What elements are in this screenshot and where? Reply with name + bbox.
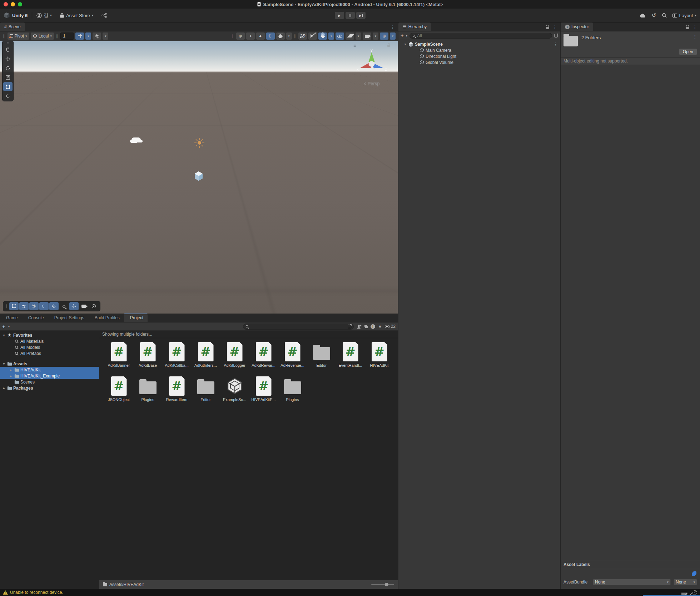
tab-scene[interactable]: # Scene — [0, 22, 25, 31]
asset-item[interactable]: # ExampleSc... — [220, 376, 249, 409]
create-object-button[interactable]: + — [401, 32, 404, 39]
grid-visibility-toggle[interactable] — [75, 32, 84, 40]
camera-overlay-button[interactable] — [79, 302, 89, 310]
asset-item[interactable]: # Plugins — [278, 376, 307, 409]
asset-item[interactable]: # EventHandl... — [336, 342, 365, 375]
chevron-down-icon[interactable]: ▾ — [406, 34, 408, 37]
hierarchy-item[interactable]: Main Camera ⋮ — [398, 47, 560, 53]
overlay-drag-handle[interactable]: ∥ — [56, 34, 59, 39]
tree-caret-icon[interactable] — [2, 362, 6, 366]
overlay-drag-handle[interactable]: ≡ — [7, 42, 9, 45]
visible-count[interactable]: 22 — [385, 324, 396, 329]
account-menu[interactable]: 김 ▾ — [36, 12, 52, 19]
grid-visibility-caret[interactable]: ▾ — [85, 32, 91, 40]
search-icon[interactable] — [662, 13, 667, 18]
hierarchy-item[interactable]: Global Volume ⋮ — [398, 59, 560, 65]
overlay-drag-handle[interactable]: ∥ — [5, 304, 8, 309]
hand-tool-button[interactable] — [3, 45, 13, 54]
undo-history-icon[interactable]: ↺ — [652, 12, 656, 19]
bottom-tab[interactable]: ⚙ Console — [22, 314, 48, 322]
debug-draw-button[interactable] — [276, 32, 285, 40]
tab-hierarchy[interactable]: ☰ Hierarchy — [398, 22, 431, 31]
overlay-drag-handle[interactable]: ∥ — [232, 34, 234, 39]
lock-icon[interactable] — [686, 27, 689, 29]
directional-light-gizmo[interactable] — [194, 137, 205, 148]
cloud-icon[interactable] — [640, 13, 646, 18]
overlay-drag-handle[interactable]: ∥ — [294, 34, 297, 39]
gizmos-overlay-button[interactable] — [49, 302, 59, 310]
tree-caret-icon[interactable] — [2, 334, 6, 337]
bottom-tab[interactable]: ⚙ Game — [0, 314, 22, 322]
status-message[interactable]: Unable to reconnect device. — [10, 590, 63, 595]
thumbnail-zoom-slider[interactable] — [371, 584, 394, 585]
assetbundle-select[interactable]: None▾ — [593, 579, 671, 585]
asset-item[interactable]: # AdKitRewar... — [249, 342, 278, 375]
pause-button[interactable] — [346, 12, 355, 19]
folder-tree-row[interactable]: Scenes — [0, 379, 99, 385]
white-sprite-gizmo[interactable] — [131, 137, 141, 142]
folder-tree-row[interactable]: All Prefabs — [0, 350, 99, 356]
rect-overlay-button[interactable] — [9, 302, 19, 310]
layers-caret[interactable]: ▾ — [356, 32, 361, 40]
open-search-window-icon[interactable] — [554, 34, 558, 37]
pivot-dropdown[interactable]: Pivot ▾ — [8, 32, 29, 40]
bottom-tab[interactable]: ⚙ Build Profiles — [89, 314, 124, 322]
tab-inspector[interactable]: i Inspector — [561, 22, 593, 31]
open-button[interactable]: Open — [679, 49, 697, 55]
shading-shaded-button[interactable]: ◑ — [246, 32, 255, 40]
add-label-icon[interactable] — [692, 571, 696, 576]
asset-store-menu[interactable]: Asset Store ▾ — [60, 13, 94, 18]
status-bar[interactable]: Unable to reconnect device. ✓ — [0, 589, 700, 596]
asset-item[interactable]: # AdKitBanner — [104, 342, 133, 375]
scale-tool-button[interactable] — [3, 73, 13, 82]
scene-visibility-toggle[interactable] — [336, 32, 344, 40]
search-overlay-button[interactable] — [59, 302, 69, 310]
navigation-overlay-button[interactable] — [89, 302, 99, 310]
audio-mute-toggle[interactable] — [308, 32, 317, 40]
asset-item[interactable]: # HIVEAdKit — [365, 342, 394, 375]
label-filter-icon[interactable] — [364, 325, 368, 328]
projection-mode-label[interactable]: < Persp — [352, 81, 391, 86]
assetbundle-variant-select[interactable]: None▾ — [674, 579, 697, 585]
step-button[interactable]: ▶ — [356, 12, 366, 19]
move-overlay-button[interactable] — [69, 302, 79, 310]
gizmo-orientation-caret[interactable]: ▾ — [390, 32, 396, 40]
layers-button[interactable] — [346, 32, 354, 40]
transform-tool-button[interactable] — [3, 91, 13, 100]
asset-item[interactable]: # HIVEAdKitE... — [249, 376, 278, 409]
folder-tree-row[interactable]: All Models — [0, 344, 99, 350]
camera-settings-caret[interactable]: ▾ — [373, 32, 378, 40]
tree-caret-icon[interactable] — [9, 374, 13, 378]
orientation-gizmo[interactable]: ≡ y x z < Persp — [352, 43, 391, 86]
asset-item[interactable]: # RewardItem — [162, 376, 191, 409]
asset-item[interactable]: # Plugins — [133, 376, 162, 409]
folder-tree-row[interactable]: HIVEAdKit — [0, 367, 99, 373]
project-search-input[interactable] — [243, 324, 354, 330]
skybox-toggle[interactable]: ☾ — [266, 32, 275, 40]
rotate-tool-button[interactable] — [3, 64, 13, 72]
asset-item[interactable]: # AdKitCallba... — [162, 342, 191, 375]
asset-item[interactable]: # AdKitInters... — [191, 342, 220, 375]
activity-ok-icon[interactable]: ✓ — [692, 590, 697, 595]
overlay-drag-handle[interactable]: ∥ — [3, 34, 5, 39]
folder-tree-row[interactable]: Assets — [0, 361, 99, 367]
camera-settings-button[interactable] — [363, 32, 371, 40]
grid-snap-overlay-button[interactable] — [29, 302, 39, 310]
lock-icon[interactable] — [546, 27, 549, 29]
open-search-window-icon[interactable] — [348, 325, 351, 328]
sliders-overlay-button[interactable] — [19, 302, 29, 310]
view-options-overlay-button[interactable]: ☾ — [39, 302, 49, 310]
item-menu-icon[interactable]: ⋮ — [553, 42, 558, 47]
chevron-down-icon[interactable]: ▾ — [8, 325, 10, 328]
favorites-filter-icon[interactable]: ★ — [378, 324, 382, 329]
bottom-tab[interactable]: ⚙ Project Settings — [48, 314, 89, 322]
rect-tool-button[interactable] — [3, 82, 13, 91]
asset-item[interactable]: # JSONObject — [104, 376, 133, 409]
folder-tree-row[interactable]: HIVEAdKit_Example — [0, 373, 99, 379]
inspector-menu-icon[interactable]: ⋮ — [693, 25, 697, 30]
hierarchy-menu-icon[interactable]: ⋮ — [553, 25, 557, 30]
tree-caret-icon[interactable] — [2, 386, 6, 390]
scene-viewport[interactable]: ≡ — [0, 41, 398, 314]
header-menu-icon[interactable]: ⋮ — [693, 34, 697, 39]
lighting-toggle[interactable]: ● — [256, 32, 265, 40]
